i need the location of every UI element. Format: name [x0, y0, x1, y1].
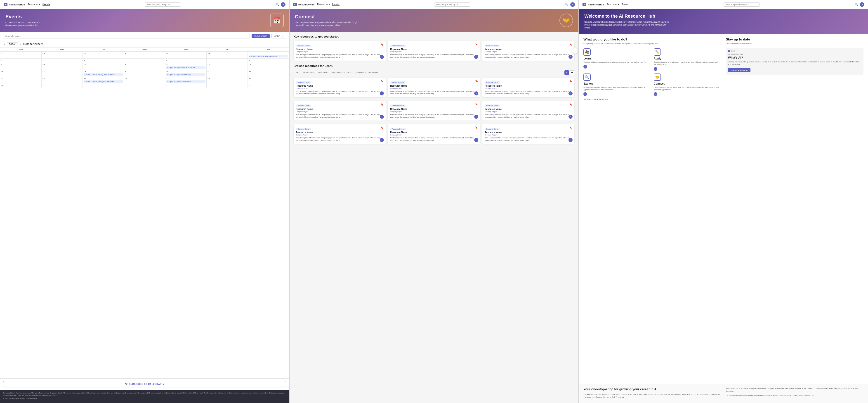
cal-event-item[interactable]: 6:00 pm - 7:00 pm AI Work & Workshop: [166, 66, 206, 69]
resource-card[interactable]: Resource Owner 🔖 Resource Name Company R…: [388, 41, 480, 61]
nav-search-input-events[interactable]: [145, 2, 181, 6]
cal-day-cell[interactable]: 253:00 pm - 7:30 pm Staying One Step Ahe…: [83, 77, 124, 84]
learn-about-ai-button[interactable]: LEARN ABOUT AI: [728, 68, 750, 73]
cal-day-cell[interactable]: 29: [165, 52, 207, 59]
resource-card[interactable]: Resource Owner 🔖 Resource Name Company R…: [293, 78, 386, 97]
card-arrow-button[interactable]: ›: [474, 55, 478, 59]
browse-tab-ai-expertise[interactable]: AI Expertise: [301, 70, 316, 75]
cal-day-cell[interactable]: 9: [0, 63, 41, 70]
cal-day-cell[interactable]: 3: [41, 59, 83, 63]
avatar-connect[interactable]: A: [570, 2, 575, 7]
action-arrow[interactable]: ›: [654, 92, 657, 96]
cal-day-cell[interactable]: 16: [0, 70, 41, 77]
cal-day-cell[interactable]: 31: [41, 84, 83, 88]
cal-day-cell[interactable]: 28: [124, 52, 165, 59]
cal-event-item[interactable]: 7:00 pm - 7:30 pm AI Virtual Event: [166, 80, 206, 83]
bookmark-icon[interactable]: 🔖: [569, 43, 572, 46]
nav-search-input-connect[interactable]: [434, 2, 470, 6]
browse-tab-all[interactable]: All: [293, 70, 301, 75]
cal-day-cell[interactable]: 185:00 pm - 7:30 pm Starting Your Career…: [83, 70, 124, 77]
resource-card[interactable]: Resource Owner 🔖 Resource Name Company R…: [483, 78, 575, 97]
cal-day-cell[interactable]: 15: [248, 63, 289, 70]
resource-card[interactable]: Resource Owner 🔖 Resource Name Company R…: [293, 124, 386, 144]
search-icon-connect[interactable]: 🔍: [565, 3, 568, 6]
cal-day-cell[interactable]: 4: [83, 59, 124, 63]
cal-day-cell[interactable]: 29: [248, 77, 289, 84]
resource-card[interactable]: Resource Owner 🔖 Resource Name Company R…: [388, 101, 480, 120]
nav-resources-connect[interactable]: Resources ▾: [317, 3, 330, 6]
browse-tab-mentorships-&-gurus[interactable]: Mentorships & Gurus: [330, 70, 353, 75]
bookmark-icon[interactable]: 🔖: [475, 126, 478, 129]
resource-card[interactable]: Resource Owner 🔖 Resource Name Company R…: [388, 124, 480, 144]
view-all-resources-link[interactable]: VIEW ALL RESOURCES >: [583, 98, 608, 100]
cal-next-arrow[interactable]: ›: [20, 42, 22, 46]
search-icon-welcome[interactable]: 🔍: [855, 3, 858, 6]
cal-day-cell[interactable]: 8: [248, 59, 289, 63]
bookmark-icon[interactable]: 🔖: [475, 43, 478, 46]
avatar-welcome[interactable]: A: [860, 2, 864, 7]
action-arrow[interactable]: ›: [583, 65, 587, 68]
cal-day-cell[interactable]: 19: [124, 70, 165, 77]
today-button[interactable]: TODAY: [7, 42, 18, 46]
nav-events-connect[interactable]: Events: [332, 3, 340, 6]
card-arrow-button[interactable]: ›: [474, 138, 478, 142]
nav-resources-welcome[interactable]: Resources ▾: [607, 3, 619, 6]
resource-card[interactable]: Resource Owner 🔖 Resource Name Company R…: [483, 101, 575, 120]
bookmark-icon[interactable]: 🔖: [569, 80, 572, 82]
find-events-button[interactable]: FIND EVENTS: [252, 34, 270, 38]
browse-tab-networks-&-communities[interactable]: Networks & Communities: [353, 70, 381, 75]
list-view-button[interactable]: ☰: [570, 70, 575, 75]
bookmark-icon[interactable]: 🔖: [381, 103, 383, 106]
cal-day-cell[interactable]: 277:00 pm - 7:30 pm AI Virtual Event: [165, 77, 207, 84]
event-search-input[interactable]: [3, 34, 250, 38]
cal-day-cell[interactable]: 17: [41, 70, 83, 77]
carousel-next-arrow[interactable]: ›: [572, 48, 578, 54]
cal-day-cell[interactable]: 30: [206, 52, 248, 59]
cal-day-cell[interactable]: 4: [206, 84, 248, 88]
cal-event-item[interactable]: 3:00 pm - 7:30 pm Staying One Step Ahea.…: [84, 80, 123, 83]
cal-day-cell[interactable]: 11: [83, 63, 124, 70]
cal-day-cell[interactable]: 24: [41, 77, 83, 84]
action-arrow[interactable]: ›: [583, 92, 587, 96]
cal-day-cell[interactable]: 1: [83, 84, 124, 88]
bookmark-icon[interactable]: 🔖: [569, 126, 572, 129]
cal-day-cell[interactable]: 21: [206, 70, 248, 77]
search-icon[interactable]: 🔍: [276, 3, 279, 6]
bookmark-icon[interactable]: 🔖: [569, 103, 572, 106]
action-card-explore[interactable]: 🔍 Explore Resources that enable you to e…: [583, 74, 651, 96]
action-card-apply[interactable]: ✏️ Apply Opportunities and forums to app…: [654, 49, 721, 71]
action-card-learn[interactable]: 📚 Learn Trainings and other resources th…: [583, 49, 651, 71]
avatar-events[interactable]: A: [281, 2, 285, 7]
cal-day-cell[interactable]: 22: [248, 70, 289, 77]
cal-day-cell[interactable]: 26: [124, 77, 165, 84]
cal-day-cell[interactable]: 7: [206, 59, 248, 63]
cal-day-cell[interactable]: 10: [41, 63, 83, 70]
bookmark-icon[interactable]: 🔖: [475, 80, 478, 82]
nav-events-welcome[interactable]: Events: [621, 3, 628, 6]
cal-day-cell[interactable]: 205:00 pm - 6:30 pm Online Seminar: [165, 70, 207, 77]
resource-card[interactable]: Resource Owner 🔖 Resource Name Company R…: [483, 124, 575, 144]
cal-event-item[interactable]: 5:00 pm - 6:30 pm Online Seminar: [166, 73, 206, 76]
browse-tab-eminence[interactable]: Eminence: [316, 70, 330, 75]
cal-day-cell[interactable]: 2: [124, 84, 165, 88]
cal-event-item[interactable]: 6:00 pm - 7:30 pm AI Work & Workshop: [249, 55, 288, 57]
resource-card[interactable]: Resource Owner 🔖 Resource Name Company R…: [293, 41, 386, 61]
cal-day-cell[interactable]: 6: [165, 59, 207, 63]
subscribe-calendar-button[interactable]: 📅 SUBSCRIBE TO CALENDAR ▾: [3, 381, 286, 387]
nav-search-input-welcome[interactable]: [723, 2, 760, 6]
action-card-connect[interactable]: 🤝 Connect Platforms where you can share …: [654, 74, 721, 96]
cal-day-cell[interactable]: 28: [206, 77, 248, 84]
cal-day-cell[interactable]: 25: [0, 52, 41, 59]
cal-prev-arrow[interactable]: ‹: [3, 42, 6, 46]
card-arrow-button[interactable]: ›: [474, 91, 478, 95]
month-view-button[interactable]: MONTH ▾: [272, 34, 286, 38]
nav-resources[interactable]: Resources ▾: [28, 3, 40, 6]
card-arrow-button[interactable]: ›: [474, 115, 478, 119]
cal-day-cell[interactable]: 12: [124, 63, 165, 70]
cal-day-cell[interactable]: 5: [248, 84, 289, 88]
cal-day-cell[interactable]: 2: [0, 59, 41, 63]
bookmark-icon[interactable]: 🔖: [381, 126, 383, 129]
action-arrow[interactable]: ›: [654, 67, 657, 71]
grid-view-button[interactable]: ⊞: [564, 70, 569, 75]
bookmark-icon[interactable]: 🔖: [381, 80, 383, 82]
